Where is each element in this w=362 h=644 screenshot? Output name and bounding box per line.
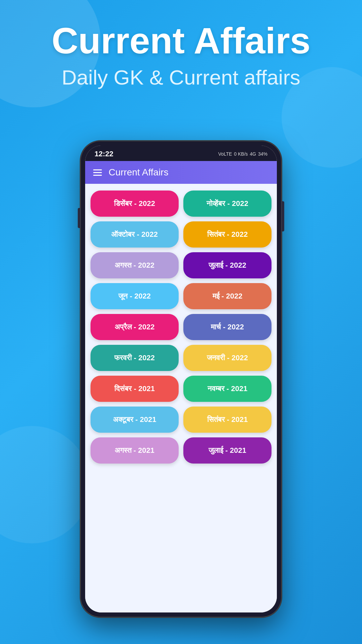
month-row: जून - 2022मई - 2022	[90, 283, 272, 309]
month-row: ऑक्टोबर - 2022सितंबर - 2022	[90, 221, 272, 248]
month-button[interactable]: जनवरी - 2022	[183, 345, 272, 371]
month-button[interactable]: जून - 2022	[90, 283, 179, 309]
status-icons: VoLTE 0 KB/s 4G 34%	[218, 151, 267, 157]
hamburger-line-3	[93, 175, 102, 176]
month-button[interactable]: फरवरी - 2022	[90, 345, 179, 371]
battery-icon: 34%	[258, 151, 267, 157]
status-time: 12:22	[95, 150, 113, 158]
app-toolbar: Current Affairs	[85, 161, 277, 184]
month-button[interactable]: जुलाई - 2022	[183, 252, 272, 278]
month-button[interactable]: मई - 2022	[183, 283, 272, 309]
hamburger-menu-icon[interactable]	[93, 169, 102, 176]
month-row: अप्रैल - 2022मार्च - 2022	[90, 314, 272, 340]
phone-frame: 12:22 VoLTE 0 KB/s 4G 34% Current Affair…	[80, 141, 282, 617]
month-row: फरवरी - 2022जनवरी - 2022	[90, 345, 272, 371]
month-button[interactable]: अक्टूबर - 2021	[90, 407, 179, 433]
month-button[interactable]: सितंबर - 2021	[183, 407, 272, 433]
month-button[interactable]: अगस्त - 2021	[90, 437, 179, 464]
month-button[interactable]: दिसंबर - 2021	[90, 376, 179, 402]
toolbar-title: Current Affairs	[109, 167, 168, 178]
month-button[interactable]: ऑक्टोबर - 2022	[90, 221, 179, 248]
month-row: दिसंबर - 2021नवम्बर - 2021	[90, 376, 272, 402]
month-button[interactable]: जुलाई - 2021	[183, 437, 272, 464]
phone-screen: 12:22 VoLTE 0 KB/s 4G 34% Current Affair…	[85, 146, 277, 612]
month-button[interactable]: मार्च - 2022	[183, 314, 272, 340]
month-button[interactable]: सितंबर - 2022	[183, 221, 272, 248]
month-button[interactable]: डिसेंबर - 2022	[90, 191, 179, 217]
month-row: अगस्त - 2021जुलाई - 2021	[90, 437, 272, 464]
sub-title: Daily GK & Current affairs	[13, 64, 349, 91]
month-row: अगस्त - 2022जुलाई - 2022	[90, 252, 272, 278]
data-speed: 0 KB/s	[234, 151, 248, 157]
month-row: अक्टूबर - 2021सितंबर - 2021	[90, 407, 272, 433]
status-bar: 12:22 VoLTE 0 KB/s 4G 34%	[85, 146, 277, 161]
months-grid: डिसेंबर - 2022नोव्हेंबर - 2022ऑक्टोबर - …	[85, 184, 277, 612]
main-title: Current Affairs	[13, 20, 349, 61]
month-button[interactable]: नवम्बर - 2021	[183, 376, 272, 402]
volte-icon: VoLTE	[218, 151, 232, 157]
month-button[interactable]: अप्रैल - 2022	[90, 314, 179, 340]
hamburger-line-2	[93, 172, 102, 173]
month-row: डिसेंबर - 2022नोव्हेंबर - 2022	[90, 191, 272, 217]
phone-mockup: 12:22 VoLTE 0 KB/s 4G 34% Current Affair…	[80, 141, 282, 617]
hamburger-line-1	[93, 169, 102, 170]
header-section: Current Affairs Daily GK & Current affai…	[0, 20, 362, 91]
blob-decoration-3	[0, 426, 90, 543]
month-button[interactable]: अगस्त - 2022	[90, 252, 179, 278]
network-signal: 4G	[250, 151, 256, 157]
month-button[interactable]: नोव्हेंबर - 2022	[183, 191, 272, 217]
